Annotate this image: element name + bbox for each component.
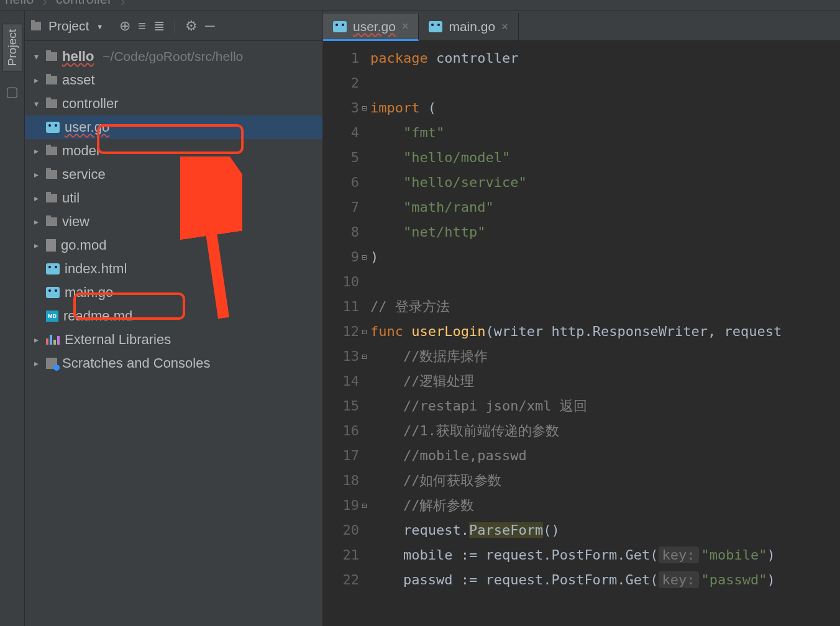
project-tree[interactable]: hello ~/Code/goRoot/src/hello asset cont… [25, 41, 322, 375]
chevron-right-icon[interactable] [31, 193, 41, 203]
breadcrumb: hello › controller › user.go [0, 0, 840, 11]
tree-scratches[interactable]: Scratches and Consoles [25, 352, 322, 375]
editor-tab-user-go[interactable]: user.go × [323, 14, 419, 41]
chevron-right-icon[interactable] [31, 335, 41, 345]
chevron-icon: › [42, 0, 47, 10]
folder-icon [46, 217, 57, 226]
tree-folder-asset[interactable]: asset [25, 68, 322, 92]
chevron-right-icon[interactable] [31, 146, 41, 156]
close-icon[interactable]: × [501, 20, 508, 34]
chevron-icon: › [121, 0, 125, 10]
folder-icon [46, 76, 57, 84]
separator [175, 19, 175, 34]
tree-file-main-go[interactable]: main.go [25, 281, 322, 304]
chevron-right-icon[interactable] [31, 358, 41, 368]
chevron-down-icon[interactable] [31, 99, 41, 109]
project-panel-header: Project ▼ ⊕ ≡ ≣ ⚙ ─ [25, 11, 322, 41]
file-icon [46, 239, 56, 252]
collapse-all-icon[interactable]: ≣ [153, 18, 165, 34]
folder-icon [46, 52, 57, 61]
editor-tab-main-go[interactable]: main.go × [419, 13, 518, 40]
go-html-icon [46, 263, 60, 274]
chevron-right-icon[interactable] [31, 240, 41, 250]
tree-external-libraries[interactable]: External Libraries [25, 328, 322, 352]
tree-file-readme[interactable]: MD readme.md [25, 304, 322, 328]
go-file-icon [46, 287, 60, 298]
tool-window-strip: Project ▢ [0, 11, 25, 626]
breadcrumb-folder[interactable]: controller [56, 0, 112, 7]
tree-file-go-mod[interactable]: go.mod [25, 234, 322, 257]
editor-area: user.go × main.go × 123 456 789 101112 1… [323, 11, 840, 626]
folder-icon [46, 170, 57, 179]
folder-icon [46, 147, 57, 155]
tree-folder-model[interactable]: model [25, 139, 322, 163]
breadcrumb-root[interactable]: hello [5, 0, 34, 7]
scratch-icon [46, 358, 57, 369]
tree-file-user-go[interactable]: user.go [25, 116, 322, 139]
tree-folder-view[interactable]: view [25, 210, 322, 234]
panel-title[interactable]: Project [48, 19, 89, 34]
gutter: 123 456 789 101112 131415 161718 192021 … [323, 41, 370, 626]
project-tool-tab[interactable]: Project [2, 24, 22, 71]
tree-folder-controller[interactable]: controller [25, 92, 322, 116]
hide-icon[interactable]: ─ [205, 18, 215, 34]
locate-icon[interactable]: ⊕ [119, 18, 130, 34]
go-file-icon [46, 122, 60, 133]
code-content[interactable]: package controller import ( "fmt" "hello… [370, 41, 840, 626]
go-file-icon [429, 21, 442, 32]
folder-icon [46, 194, 57, 202]
library-icon [46, 335, 60, 345]
dropdown-icon[interactable]: ▼ [96, 23, 103, 30]
chevron-down-icon[interactable] [31, 52, 41, 61]
close-icon[interactable]: × [402, 20, 409, 33]
project-panel: Project ▼ ⊕ ≡ ≣ ⚙ ─ hello ~/Code/goRoot/… [25, 11, 323, 626]
structure-tool-icon[interactable]: ▢ [6, 84, 19, 100]
markdown-icon: MD [46, 311, 58, 322]
go-file-icon [333, 21, 347, 32]
chevron-right-icon[interactable] [31, 75, 41, 85]
settings-icon[interactable]: ⚙ [185, 18, 198, 34]
code-editor[interactable]: 123 456 789 101112 131415 161718 192021 … [323, 41, 840, 626]
chevron-right-icon[interactable] [31, 217, 41, 227]
folder-icon [46, 99, 57, 108]
editor-tabs: user.go × main.go × [323, 11, 840, 41]
expand-all-icon[interactable]: ≡ [138, 18, 146, 34]
tree-folder-util[interactable]: util [25, 186, 322, 210]
tree-file-index-html[interactable]: index.html [25, 257, 322, 281]
folder-icon [31, 22, 41, 30]
chevron-right-icon[interactable] [31, 170, 41, 179]
tree-folder-service[interactable]: service [25, 163, 322, 186]
tree-root[interactable]: hello ~/Code/goRoot/src/hello [25, 45, 322, 68]
